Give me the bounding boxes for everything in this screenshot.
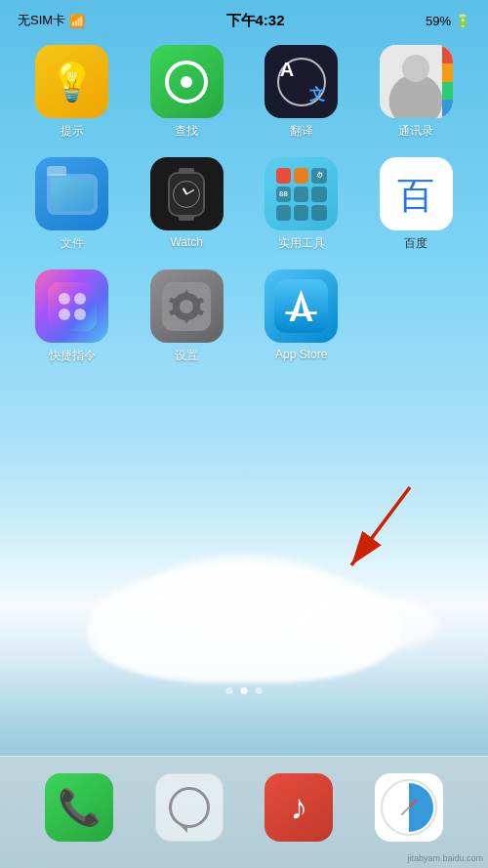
app-label-utility: 实用工具 <box>278 235 325 252</box>
app-label-appstore: App Store <box>275 348 327 361</box>
app-icon-translate: A 文 <box>264 45 338 118</box>
find-ring <box>165 61 208 103</box>
battery-icon: 🔋 <box>455 14 470 28</box>
utility-grid: ⏱ 88 <box>272 164 331 225</box>
battery-text: 59% <box>426 14 451 28</box>
app-label-settings: 设置 <box>175 348 198 364</box>
app-label-translate: 翻译 <box>290 123 313 140</box>
svg-point-2 <box>59 293 70 305</box>
utility-cell-7 <box>276 205 291 221</box>
app-label-contacts: 通讯录 <box>398 123 433 140</box>
translate-zh: 文 <box>309 85 325 105</box>
safari-compass <box>381 779 437 836</box>
bulb-icon: 💡 <box>49 61 95 103</box>
status-right: 59% 🔋 <box>426 14 470 28</box>
utility-cell-2 <box>294 168 308 184</box>
phone-icon: 📞 <box>58 787 102 828</box>
app-baidu[interactable]: 百 百度 <box>364 157 469 252</box>
app-icon-utility: ⏱ 88 <box>264 157 338 230</box>
dock: 📞 ♪ <box>0 756 488 868</box>
app-contacts[interactable]: 通讯录 <box>364 45 469 140</box>
safari-needle <box>400 800 417 816</box>
app-shortcuts[interactable]: 快捷指令 <box>20 269 125 364</box>
dock-icon-safari <box>375 773 443 842</box>
utility-cell-4: 88 <box>276 186 291 202</box>
dock-message[interactable] <box>155 773 224 842</box>
page-dot-3 <box>256 687 263 694</box>
watch-face <box>168 172 205 217</box>
app-icon-appstore <box>264 269 338 343</box>
translate-inner: A 文 <box>272 53 331 111</box>
app-tips[interactable]: 💡 提示 <box>20 45 125 140</box>
watermark: jitabyam.baidu.com <box>407 853 483 863</box>
svg-line-10 <box>351 487 410 565</box>
app-watch[interactable]: Watch <box>135 157 240 252</box>
svg-text:百: 百 <box>397 175 434 216</box>
app-label-files: 文件 <box>61 235 84 252</box>
dock-icon-phone: 📞 <box>45 773 113 842</box>
app-icon-settings <box>150 269 224 343</box>
app-icon-tips: 💡 <box>35 45 108 118</box>
utility-cell-8 <box>294 205 308 221</box>
red-arrow-annotation <box>322 477 439 595</box>
app-label-baidu: 百度 <box>404 235 427 252</box>
svg-point-4 <box>59 309 70 320</box>
appstore-svg <box>274 279 328 333</box>
app-icon-baidu: 百 <box>380 157 453 230</box>
page-dot-2 <box>241 687 248 694</box>
settings-svg <box>162 282 211 331</box>
dock-music[interactable]: ♪ <box>264 773 333 842</box>
shortcuts-svg <box>48 282 97 331</box>
watch-minute-hand <box>186 189 194 194</box>
svg-point-3 <box>74 293 86 305</box>
app-icon-find <box>150 45 224 118</box>
app-label-find: 查找 <box>175 123 198 140</box>
svg-rect-8 <box>274 279 328 333</box>
status-left: 无SIM卡 📶 <box>18 12 85 29</box>
app-icon-watch <box>150 157 224 230</box>
svg-rect-1 <box>48 282 97 331</box>
page-dots <box>226 687 263 694</box>
app-grid: 💡 提示 查找 A 文 翻译 <box>0 35 488 364</box>
app-empty-slot <box>364 269 469 364</box>
utility-cell-6 <box>311 186 326 202</box>
svg-point-7 <box>180 300 193 313</box>
app-settings[interactable]: 设置 <box>135 269 240 364</box>
find-dot <box>181 76 192 88</box>
app-icon-files <box>35 157 108 230</box>
app-label-shortcuts: 快捷指令 <box>49 348 96 364</box>
app-find[interactable]: 查找 <box>135 45 240 140</box>
app-translate[interactable]: A 文 翻译 <box>249 45 354 140</box>
app-icon-shortcuts <box>35 269 108 343</box>
svg-point-5 <box>74 309 86 320</box>
status-bar: 无SIM卡 📶 下午4:32 59% 🔋 <box>0 0 488 35</box>
utility-cell-5 <box>294 186 308 202</box>
dock-icon-music: ♪ <box>264 773 333 842</box>
translate-a: A <box>280 59 294 81</box>
utility-cell-3: ⏱ <box>311 168 326 184</box>
utility-cell-1 <box>276 168 291 184</box>
dock-safari[interactable] <box>375 773 443 842</box>
baidu-logo-svg: 百 <box>389 167 443 221</box>
watch-circle <box>173 181 200 208</box>
message-bubble <box>169 787 210 828</box>
watch-hands <box>177 185 196 204</box>
app-utility[interactable]: ⏱ 88 实用工具 <box>249 157 354 252</box>
app-files[interactable]: 文件 <box>20 157 125 252</box>
safari-inner <box>385 783 433 832</box>
page-dot-1 <box>226 687 233 694</box>
dock-icon-message <box>155 773 224 842</box>
utility-cell-9 <box>311 205 326 221</box>
status-time: 下午4:32 <box>226 12 285 30</box>
app-appstore[interactable]: App Store <box>249 269 354 364</box>
music-icon: ♪ <box>290 787 307 828</box>
app-icon-contacts <box>380 45 453 118</box>
app-label-watch: Watch <box>170 235 203 249</box>
app-label-tips: 提示 <box>61 123 84 140</box>
carrier-text: 无SIM卡 <box>18 12 65 29</box>
dock-phone[interactable]: 📞 <box>45 773 113 842</box>
wifi-icon: 📶 <box>69 14 85 28</box>
